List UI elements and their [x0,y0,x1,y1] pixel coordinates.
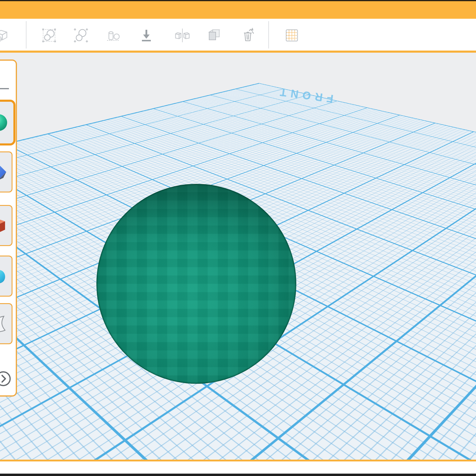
viewport-canvas[interactable]: FRONT [0,53,476,460]
mirror-icon[interactable] [174,27,191,44]
box-shape-icon [0,216,7,235]
delete-icon[interactable] [239,27,256,44]
app-window: { "window": { "header_color": "#FCB43E",… [0,0,476,476]
diamond-shape-icon [0,162,7,181]
sphere-object[interactable] [96,184,296,384]
group-icon[interactable] [40,27,58,44]
shape-button-cone-outline[interactable] [0,303,12,344]
align-icon[interactable] [105,27,122,44]
sphere-shape-icon [0,113,8,132]
cone-outline-shape-icon [0,314,7,333]
window-bottom-edge [0,474,476,476]
ungroup-icon[interactable] [72,27,90,44]
view-cube-icon[interactable] [0,27,13,44]
expand-palette-button[interactable] [0,370,12,387]
shape-button-diamond[interactable] [0,151,12,192]
shape-button-sphere[interactable] [0,100,15,145]
toolbar-divider [26,21,26,48]
main-toolbar [0,19,476,53]
chevron-right-circle-icon [0,370,12,387]
duplicate-icon[interactable] [206,27,223,44]
title-bar [0,1,476,19]
palette-divider [0,88,9,89]
rounded-blob-shape-icon [0,267,7,286]
shape-palette-panel [0,60,17,397]
import-icon[interactable] [138,27,155,44]
toolbar-divider [268,21,269,48]
shape-button-rounded-blob[interactable] [0,256,12,297]
status-strip [0,461,476,474]
grid-settings-icon[interactable] [283,27,300,44]
shape-button-box[interactable] [0,205,12,246]
